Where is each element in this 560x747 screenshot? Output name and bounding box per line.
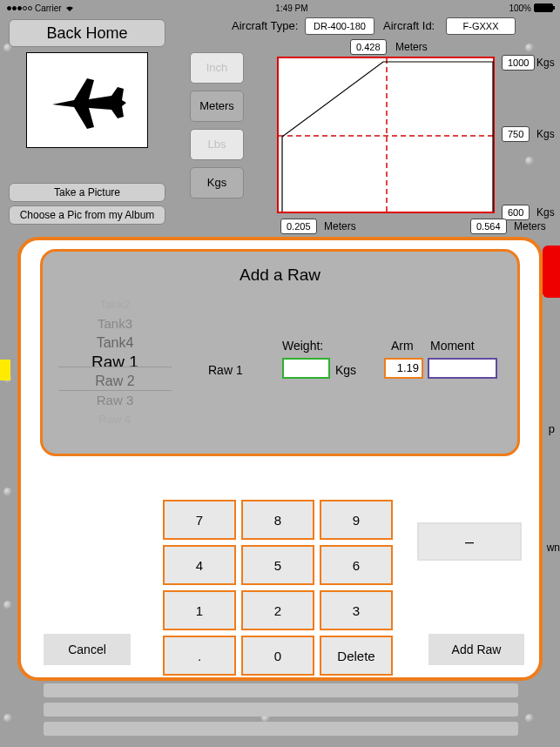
take-picture-button[interactable]: Take a Picture [9, 183, 165, 202]
picker-item[interactable]: Tank3 [58, 314, 172, 333]
status-bar: Carrier 1:49 PM 100% [0, 0, 560, 16]
text-fragment-wn: wn [547, 542, 560, 554]
key-2[interactable]: 2 [241, 590, 314, 630]
battery-icon [534, 3, 553, 12]
weight-input[interactable] [282, 358, 330, 379]
aircraft-image[interactable] [26, 52, 148, 148]
carrier-label: Carrier [35, 3, 62, 13]
modal-form-panel: Add a Raw Tank2 Tank3 Tank4 Raw 1 Raw 2 … [40, 249, 520, 456]
y-600: 600 [502, 205, 530, 220]
text-fragment-p: p [549, 422, 555, 435]
picker-item[interactable]: Raw 3 [58, 391, 172, 410]
battery-pct: 100% [509, 3, 531, 13]
key-7[interactable]: 7 [163, 500, 236, 540]
x-top-value: 0.428 [350, 39, 387, 55]
picker-item[interactable]: Raw 2 [58, 372, 172, 391]
aircraft-type-label: Aircraft Type: [232, 19, 298, 32]
key-dot[interactable]: . [163, 636, 236, 676]
moment-input[interactable] [428, 358, 497, 379]
modal-title: Add a Raw [43, 266, 517, 285]
clock: 1:49 PM [275, 3, 307, 13]
key-6[interactable]: 6 [320, 545, 393, 585]
arm-label: Arm [391, 339, 414, 353]
back-home-button[interactable]: Back Home [9, 19, 165, 47]
weight-label: Weight: [282, 339, 323, 353]
key-1[interactable]: 1 [163, 590, 236, 630]
key-3[interactable]: 3 [320, 590, 393, 630]
cg-chart: 0.428 Meters 1000 Kgs 750 Kgs 600 Kgs 0.… [253, 39, 549, 239]
add-raw-modal: Add a Raw Tank2 Tank3 Tank4 Raw 1 Raw 2 … [17, 237, 543, 681]
row-picker[interactable]: Tank2 Tank3 Tank4 Raw 1 Raw 2 Raw 3 Raw … [58, 295, 172, 443]
signal-icon [7, 6, 32, 10]
red-side-tab[interactable] [543, 246, 560, 298]
background-rows [44, 683, 518, 741]
key-delete[interactable]: Delete [320, 636, 393, 676]
key-minus[interactable]: – [417, 522, 522, 561]
unit-lbs-button[interactable]: Lbs [190, 129, 244, 160]
add-raw-button[interactable]: Add Raw [428, 634, 524, 665]
y-1000: 1000 [502, 55, 535, 71]
envelope-line [279, 58, 496, 215]
unit-kgs-button[interactable]: Kgs [190, 167, 244, 199]
key-4[interactable]: 4 [163, 545, 236, 585]
picker-item[interactable]: Tank2 [58, 295, 172, 314]
y-750: 750 [502, 126, 530, 142]
moment-label: Moment [430, 339, 475, 353]
unit-meters-button[interactable]: Meters [190, 91, 244, 122]
picker-item[interactable]: Raw 4 [58, 410, 172, 429]
plane-icon [44, 70, 131, 131]
cancel-button[interactable]: Cancel [44, 634, 131, 665]
y-1000-unit: Kgs [536, 57, 555, 69]
weight-unit-label: Kgs [335, 363, 356, 377]
key-9[interactable]: 9 [320, 500, 393, 540]
choose-picture-button[interactable]: Choose a Pic from my Album [9, 205, 165, 225]
aircraft-id-input[interactable]: F-GXXX [446, 17, 516, 35]
aircraft-type-input[interactable]: DR-400-180 [305, 17, 374, 35]
unit-inch-button[interactable]: Inch [190, 52, 244, 84]
key-0[interactable]: 0 [241, 636, 314, 676]
row-name-label: Raw 1 [208, 363, 243, 377]
arm-input[interactable]: 1.19 [384, 358, 423, 379]
wifi-icon [64, 4, 75, 11]
yellow-tag [0, 360, 10, 380]
key-5[interactable]: 5 [241, 545, 314, 585]
x-right-value: 0.564 [470, 219, 507, 234]
x-left-unit: Meters [324, 220, 356, 232]
key-8[interactable]: 8 [241, 500, 314, 540]
picker-item[interactable]: Tank4 [58, 333, 172, 353]
x-top-unit: Meters [395, 41, 428, 53]
x-left-value: 0.205 [280, 219, 317, 234]
numeric-keypad: 7 8 9 4 5 6 1 2 3 . 0 Delete [163, 500, 393, 676]
y-600-unit: Kgs [536, 206, 555, 219]
aircraft-id-label: Aircraft Id: [383, 19, 435, 32]
picker-item-selected[interactable]: Raw 1 [58, 353, 172, 372]
x-right-unit: Meters [514, 220, 546, 232]
y-750-unit: Kgs [536, 128, 555, 140]
